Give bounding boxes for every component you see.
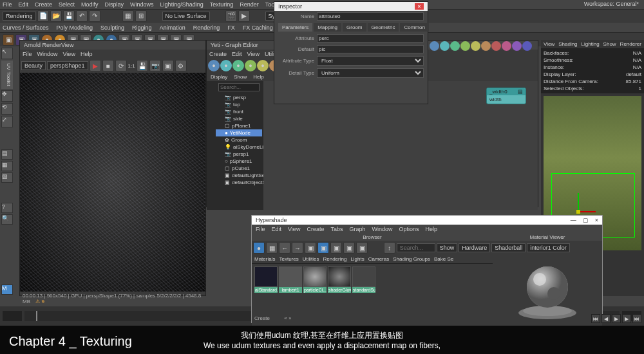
hs-tool-icon[interactable]: ▣ <box>305 242 316 254</box>
menu-modify[interactable]: Modify <box>81 1 99 8</box>
layout-icon[interactable]: ▦ <box>1 161 13 171</box>
render-icon[interactable]: 🎬 <box>225 10 237 22</box>
material-swatch[interactable]: lambert1 <box>279 266 302 293</box>
hs-menu-graph[interactable]: Graph <box>349 226 365 232</box>
hs-search-field[interactable] <box>397 243 435 252</box>
vp-tool-icon[interactable] <box>430 41 439 51</box>
tab-cameras[interactable]: Cameras <box>368 256 389 262</box>
hs-menu-window[interactable]: Window <box>372 226 392 232</box>
material-viewer[interactable] <box>493 255 602 326</box>
shelf-fx[interactable]: FX <box>227 24 235 31</box>
hypershade-titlebar[interactable]: Hypershade —▢× <box>252 216 602 225</box>
outliner-item[interactable]: ✿Groom <box>216 136 262 144</box>
ge-tool-icon[interactable]: ● <box>220 60 232 71</box>
uv-toolkit-tab[interactable]: UV Toolkit <box>1 61 13 89</box>
snap-icon[interactable]: ⊞ <box>135 10 147 22</box>
ipr-icon[interactable]: ▶ <box>238 10 250 22</box>
minimize-icon[interactable]: — <box>571 217 576 223</box>
outliner-item[interactable]: 📷persp1 <box>216 151 262 158</box>
play-icon[interactable]: ▶ <box>612 314 621 323</box>
attrtype-dropdown[interactable]: Float <box>317 56 424 66</box>
rv-crop-icon[interactable]: ▣ <box>162 60 174 71</box>
move-tool-icon[interactable]: ✥ <box>1 90 13 102</box>
hs-show-dropdown[interactable]: Show <box>437 243 458 252</box>
hs-tool-icon[interactable]: ▣ <box>330 242 342 254</box>
rv-stop-icon[interactable]: ■ <box>102 60 114 71</box>
layout-icon[interactable]: ▧ <box>1 172 13 183</box>
rv-snapshot-icon[interactable]: 📷 <box>149 60 161 71</box>
hs-menu-view[interactable]: View <box>288 226 300 232</box>
workspace-dropdown[interactable]: Workspace: General* <box>584 1 639 7</box>
rv-camera-dropdown[interactable]: perspShape1 <box>47 61 88 70</box>
hs-menu-create[interactable]: Create <box>307 226 324 232</box>
hs-shaderball-dropdown[interactable]: Shaderball <box>491 243 526 252</box>
ol-menu-help[interactable]: Help <box>253 74 263 80</box>
shelf-rendering[interactable]: Rendering <box>193 24 220 31</box>
tab-mapping[interactable]: Mapping <box>314 23 341 32</box>
material-swatch[interactable]: particleCl... <box>303 266 327 293</box>
menu-select[interactable]: Select <box>59 1 75 8</box>
vp-menu-view[interactable]: View <box>544 41 554 47</box>
vp-menu-shading[interactable]: Shading <box>558 41 577 47</box>
tab-parameters[interactable]: Parameters <box>278 23 312 32</box>
tab-common[interactable]: Common <box>400 23 428 32</box>
rv-menu-help[interactable]: Help <box>80 51 93 57</box>
outliner-item[interactable]: ▣defaultLightSet <box>216 172 262 179</box>
vp-tool-icon[interactable] <box>450 41 460 51</box>
renderview-image[interactable] <box>20 73 205 292</box>
ge-menu-view[interactable]: View <box>247 51 260 57</box>
fastfwd-icon[interactable]: ⏭ <box>632 314 641 323</box>
maximize-icon[interactable]: ▢ <box>583 217 589 223</box>
rv-menu-file[interactable]: File <box>23 51 32 57</box>
vp-tool-icon[interactable] <box>471 41 480 51</box>
shelf-animation[interactable]: Animation <box>160 24 185 31</box>
ol-menu-display[interactable]: Display <box>211 74 227 80</box>
attribute-field[interactable] <box>317 34 424 42</box>
material-swatch[interactable]: standardSu... <box>352 266 375 293</box>
shelf-poly[interactable]: Poly Modeling <box>57 24 93 31</box>
tab-textures[interactable]: Textures <box>279 256 298 262</box>
help-icon[interactable]: ? <box>1 203 13 213</box>
menu-texturing[interactable]: Texturing <box>210 1 234 8</box>
tab-lights[interactable]: Lights <box>350 256 364 262</box>
tab-utilities[interactable]: Utilities <box>303 256 319 262</box>
shelf-btn[interactable]: ▣ <box>3 34 14 46</box>
tab-groom[interactable]: Groom <box>343 23 366 32</box>
detailtype-dropdown[interactable]: Uniform <box>317 68 424 78</box>
hs-interior-dropdown[interactable]: interior1 Color <box>527 243 570 252</box>
tab-bakesets[interactable]: Bake Se <box>434 256 453 262</box>
vp-menu-lighting[interactable]: Lighting <box>582 41 600 47</box>
vp-tool-icon[interactable] <box>502 41 511 51</box>
hs-menu-file[interactable]: File <box>256 226 265 232</box>
live-surface-dropdown[interactable]: No Live Surface <box>162 12 210 21</box>
stepback-icon[interactable]: ◀ <box>601 314 611 323</box>
redo-icon[interactable]: ↷ <box>89 10 100 22</box>
menu-edit[interactable]: Edit <box>19 1 29 8</box>
outliner-item[interactable]: 📷side <box>216 115 262 122</box>
material-swatch[interactable]: shaderGlow1 <box>328 266 351 293</box>
outliner-item[interactable]: 📷persp <box>216 94 262 101</box>
hs-hardware-dropdown[interactable]: Hardware <box>459 243 490 252</box>
undo-icon[interactable]: ↶ <box>76 10 88 22</box>
vp-tool-icon[interactable] <box>522 41 532 51</box>
default-field[interactable] <box>317 45 424 53</box>
layout-icon[interactable]: ▤ <box>1 149 13 160</box>
outliner-item[interactable]: ▢pPlane1 <box>216 122 262 129</box>
ge-tool-icon[interactable]: ● <box>208 60 220 71</box>
close-icon[interactable]: × <box>415 3 424 10</box>
vp-menu-show[interactable]: Show <box>603 41 616 47</box>
vp-tool-icon[interactable] <box>491 41 501 51</box>
tab-rendering[interactable]: Rendering <box>323 256 346 262</box>
outliner-item[interactable]: 💡aiSkyDomeLight2 <box>216 144 262 151</box>
rewind-icon[interactable]: ⏮ <box>591 314 600 323</box>
hs-tool-icon[interactable]: ▣ <box>343 242 355 254</box>
ge-tool-icon[interactable]: ● <box>245 60 256 71</box>
menu-create[interactable]: Create <box>35 1 52 8</box>
outliner-item[interactable]: 📷front <box>216 108 262 115</box>
hs-tool-icon[interactable]: ▣ <box>317 242 329 254</box>
rv-play-icon[interactable]: ▶ <box>90 60 101 71</box>
tab-geometric[interactable]: Geometric <box>368 23 399 32</box>
rv-gear-icon[interactable]: ⚙ <box>175 60 187 71</box>
shelf-fxcaching[interactable]: FX Caching <box>243 24 273 31</box>
maya-icon[interactable]: M <box>1 284 13 295</box>
